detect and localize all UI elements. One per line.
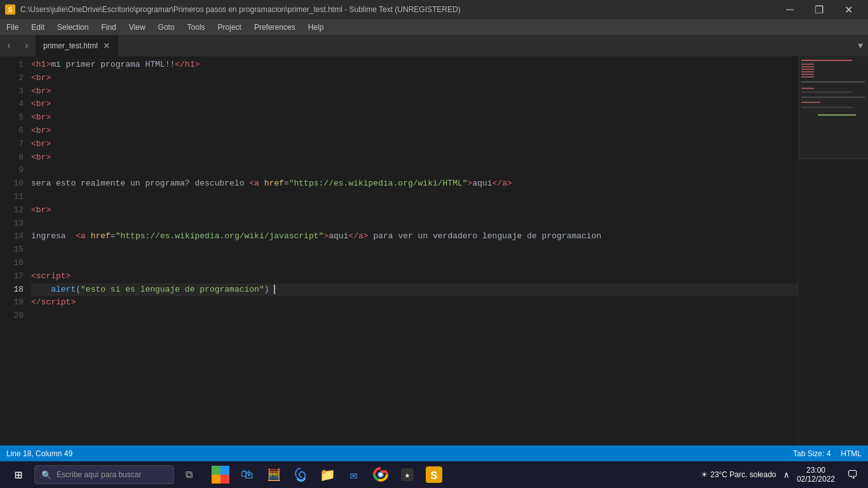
status-tab-size[interactable]: Tab Size: 4 <box>793 449 831 458</box>
code-line-15 <box>31 243 798 257</box>
svg-text:★: ★ <box>405 470 410 480</box>
taskbar: ⊞ 🔍 Escribe aquí para buscar ⧉ 🛍 🧮 <box>0 461 868 488</box>
code-line-18: alert("esto sí es lenguaje de programaci… <box>31 283 798 297</box>
code-line-4: <br> <box>31 98 798 111</box>
code-line-3: <br> <box>31 85 798 98</box>
line-num-17: 17 <box>0 270 24 283</box>
weather-widget[interactable]: ☀ 23°C Parc. soleado <box>701 470 776 479</box>
line-num-3: 3 <box>0 85 24 98</box>
menu-tools[interactable]: Tools <box>181 19 212 35</box>
notification-button[interactable]: 🗨 <box>843 464 863 485</box>
line-num-14: 14 <box>0 230 24 243</box>
status-right: Tab Size: 4 HTML <box>793 449 862 458</box>
code-line-7: <br> <box>31 138 798 151</box>
status-left: Line 18, Column 49 <box>6 449 72 458</box>
menu-help[interactable]: Help <box>302 19 330 35</box>
menu-view[interactable]: View <box>123 19 152 35</box>
time-display: 23:00 <box>797 466 835 475</box>
menu-edit[interactable]: Edit <box>25 19 51 35</box>
taskbar-store-icon[interactable]: 🛍 <box>235 463 259 487</box>
status-position[interactable]: Line 18, Column 49 <box>6 449 72 458</box>
menu-project[interactable]: Project <box>212 19 248 35</box>
line-num-9: 9 <box>0 164 24 177</box>
windows-icon: ⊞ <box>15 467 22 483</box>
statusbar: Line 18, Column 49 Tab Size: 4 HTML <box>0 445 868 461</box>
tab-close-button[interactable]: ✕ <box>103 41 111 51</box>
app-icon: S <box>5 4 15 15</box>
search-placeholder: Escribe aquí para buscar <box>57 470 141 479</box>
svg-rect-15 <box>799 57 868 159</box>
svg-rect-18 <box>212 475 220 484</box>
line-num-6: 6 <box>0 125 24 138</box>
line-num-18: 18 <box>0 283 24 297</box>
tab-next-button[interactable]: › <box>18 35 36 57</box>
svg-text:S: S <box>431 470 438 482</box>
taskbar-black-icon[interactable]: ★ <box>395 463 419 487</box>
menu-find[interactable]: Find <box>95 19 122 35</box>
menu-goto[interactable]: Goto <box>152 19 181 35</box>
show-hidden-icons-button[interactable]: ∧ <box>784 470 789 480</box>
svg-rect-17 <box>220 466 229 475</box>
svg-rect-16 <box>212 466 220 475</box>
code-line-8: <br> <box>31 151 798 165</box>
system-icons: ∧ <box>784 470 789 480</box>
code-line-14: ingresa <a href="https://es.wikipedia.or… <box>31 230 798 243</box>
notification-icon: 🗨 <box>847 468 858 482</box>
titlebar-controls: ─ ❐ ✕ <box>775 0 863 19</box>
menu-preferences[interactable]: Preferences <box>248 19 302 35</box>
taskbar-chrome-icon[interactable] <box>369 463 393 487</box>
taskbar-sublime-icon[interactable]: S <box>422 463 446 487</box>
close-button[interactable]: ✕ <box>834 0 863 19</box>
taskbar-mail-icon[interactable]: ✉ <box>342 463 366 487</box>
taskbar-right: ☀ 23°C Parc. soleado ∧ 23:00 02/12/2022 … <box>701 464 863 485</box>
line-num-16: 16 <box>0 257 24 270</box>
line-num-10: 10 <box>0 177 24 191</box>
line-num-2: 2 <box>0 72 24 85</box>
code-line-16 <box>31 257 798 270</box>
code-line-13 <box>31 217 798 231</box>
menu-selection[interactable]: Selection <box>51 19 95 35</box>
menubar: File Edit Selection Find View Goto Tools… <box>0 19 868 35</box>
code-line-11 <box>31 191 798 204</box>
tab-label: primer_test.html <box>43 41 98 50</box>
taskbar-app-icons: 🛍 🧮 📁 ✉ <box>208 463 446 487</box>
menu-file[interactable]: File <box>0 19 25 35</box>
status-language[interactable]: HTML <box>841 449 862 458</box>
code-line-19: </script> <box>31 296 798 309</box>
weather-text: 23°C Parc. soleado <box>710 470 776 479</box>
code-line-2: <br> <box>31 72 798 85</box>
line-num-8: 8 <box>0 151 24 165</box>
code-line-5: <br> <box>31 111 798 125</box>
start-button[interactable]: ⊞ <box>5 461 32 488</box>
line-num-19: 19 <box>0 296 24 309</box>
taskbar-search[interactable]: 🔍 Escribe aquí para buscar <box>34 465 174 484</box>
code-line-1: <h1>mi primer programa HTML!!</h1> <box>31 58 798 72</box>
minimap <box>798 57 868 445</box>
code-line-10: sera esto realmente un programa? descubr… <box>31 177 798 191</box>
taskbar-calc-icon[interactable]: 🧮 <box>262 463 286 487</box>
tabbar: ‹ › primer_test.html ✕ ▼ <box>0 35 868 57</box>
editor-container: 1 2 3 4 5 6 7 8 9 10 11 12 13 14 15 16 1… <box>0 57 868 445</box>
window-title: C:\Users\julie\OneDrive\Escritorio\progr… <box>20 5 461 14</box>
weather-icon: ☀ <box>701 470 708 479</box>
tab-primer-test[interactable]: primer_test.html ✕ <box>36 35 119 57</box>
task-view-button[interactable]: ⧉ <box>177 463 201 487</box>
titlebar: S C:\Users\julie\OneDrive\Escritorio\pro… <box>0 0 868 19</box>
code-line-20 <box>31 309 798 323</box>
taskbar-files-icon[interactable]: 📁 <box>315 463 339 487</box>
code-line-9 <box>31 164 798 177</box>
code-line-17: <script> <box>31 270 798 283</box>
tab-prev-button[interactable]: ‹ <box>0 35 18 57</box>
clock-widget[interactable]: 23:00 02/12/2022 <box>797 466 835 484</box>
minimap-canvas <box>799 57 868 184</box>
maximize-button[interactable]: ❐ <box>804 0 834 19</box>
taskbar-logo-icon[interactable] <box>208 463 233 487</box>
minimize-button[interactable]: ─ <box>775 0 804 19</box>
taskbar-edge-icon[interactable] <box>288 463 313 487</box>
tab-dropdown-button[interactable]: ▼ <box>853 35 868 57</box>
titlebar-left: S C:\Users\julie\OneDrive\Escritorio\pro… <box>5 4 461 15</box>
code-area[interactable]: <h1>mi primer programa HTML!!</h1> <br> … <box>29 57 798 445</box>
line-num-20: 20 <box>0 309 24 323</box>
line-num-15: 15 <box>0 243 24 257</box>
line-num-4: 4 <box>0 98 24 111</box>
